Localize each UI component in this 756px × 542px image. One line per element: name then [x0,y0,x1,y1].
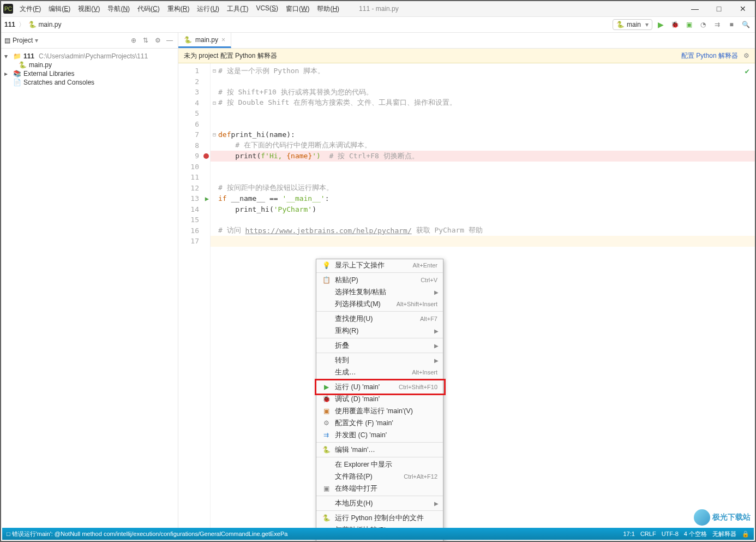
menu-n[interactable]: 导航(N) [104,3,133,15]
locate-icon[interactable]: ⊕ [129,35,139,45]
settings-icon[interactable]: ⚙ [153,35,163,45]
breadcrumb-sep: 〉 [19,20,25,29]
tree-scratches[interactable]: 📄Scratches and Consoles [1,78,178,87]
gutter[interactable]: 12345678910111213▶14151617 [178,63,211,530]
statusbar: □ 错误运行'main': @NotNull method com/intell… [2,528,754,540]
menu-r[interactable]: 重构(R) [164,3,193,15]
code[interactable]: ⊟# 这是一个示例 Python 脚本。# 按 Shift+F10 执行或将其替… [211,63,755,530]
ctx-item[interactable]: 生成…Alt+Insert [316,366,443,378]
ctx-item[interactable]: 本地历史(H)▶ [316,497,443,509]
editor-tabs: 🐍 main.py × [178,33,755,49]
status-lock-icon: 🔒 [742,531,749,538]
status-caret[interactable]: 17:1 [623,531,634,537]
ctx-item[interactable]: 📋粘贴(P)Ctrl+V [316,274,443,286]
ctx-item[interactable]: 列选择模式(M)Alt+Shift+Insert [316,298,443,310]
status-interpreter[interactable]: 无解释器 [712,530,736,538]
maximize-button[interactable]: □ [707,1,731,16]
watermark-icon [694,509,710,526]
run-config-select[interactable]: 🐍 main [613,19,652,30]
status-message: □ 错误运行'main': @NotNull method com/intell… [7,530,287,538]
ctx-item[interactable]: ▣在终端中打开 [316,483,443,495]
close-button[interactable]: ✕ [731,1,755,16]
search-everywhere-button[interactable]: 🔍 [740,19,752,31]
ctx-item[interactable]: 转到▶ [316,354,443,366]
ctx-item[interactable]: 查找使用(U)Alt+F7 [316,313,443,325]
breadcrumb-file[interactable]: 🐍 main.py [28,21,61,28]
context-menu: 💡显示上下文操作Alt+Enter📋粘贴(P)Ctrl+V选择性复制/粘贴▶列选… [316,259,443,542]
ctx-item[interactable]: 🐍运行 Python 控制台中的文件 [316,512,443,524]
ctx-item[interactable]: 选择性复制/粘贴▶ [316,286,443,298]
window-controls: — □ ✕ [683,1,755,16]
interpreter-banner: 未为 project 配置 Python 解释器 配置 Python 解释器 ⚙ [178,49,755,63]
menu-t[interactable]: 工具(T) [224,3,251,15]
project-icon: ▤ [4,37,10,44]
ctx-item[interactable]: ▶运行 (U) 'main'Ctrl+Shift+F10 [316,381,443,393]
tab-label: main.py [195,36,218,44]
menu-c[interactable]: 代码(C) [134,3,163,15]
editor: 🐍 main.py × 未为 project 配置 Python 解释器 配置 … [178,33,755,530]
concurrency-button[interactable]: ⇉ [711,19,723,31]
tab-close-icon[interactable]: × [221,36,225,44]
menu-w[interactable]: 窗口(W) [283,3,313,15]
project-header: ▤ Project ▾ ⊕ ⇅ ⚙ — [1,33,178,49]
breadcrumb: 111 〉 🐍 main.py [4,20,61,29]
tree-file-main[interactable]: 🐍main.py [1,61,178,69]
banner-text: 未为 project 配置 Python 解释器 [184,51,277,61]
ctx-item[interactable]: 文件路径(P)Ctrl+Alt+F12 [316,470,443,483]
status-indent[interactable]: 4 个空格 [684,530,707,538]
menu-h[interactable]: 帮助(H) [314,3,343,15]
profile-button[interactable]: ◔ [697,19,709,31]
menu-f[interactable]: 文件(F) [16,3,44,15]
hide-icon[interactable]: — [165,35,175,45]
navbar: 111 〉 🐍 main.py 🐍 main ▶ 🐞 ▣ ◔ ⇉ ■ 🔍 [1,17,755,33]
ctx-item[interactable]: ▣使用覆盖率运行 'main'(V) [316,405,443,417]
banner-settings-icon[interactable]: ⚙ [743,52,749,59]
ctx-item[interactable]: 🐍编辑 'main'… [316,444,443,456]
ctx-item[interactable]: 🐞调试 (D) 'main' [316,393,443,405]
run-toolbar: 🐍 main ▶ 🐞 ▣ ◔ ⇉ ■ 🔍 [613,19,752,31]
status-lineend[interactable]: CRLF [640,531,656,537]
menubar: 文件(F)编辑(E)视图(V)导航(N)代码(C)重构(R)运行(U)工具(T)… [16,3,343,15]
project-tree: ▾📁 111 C:\Users\admin\PycharmProjects\11… [1,49,178,530]
ctx-item[interactable]: 💡显示上下文操作Alt+Enter [316,259,443,271]
ctx-item[interactable]: ⚙配置文件 (F) 'main' [316,417,443,429]
menu-v[interactable]: 视图(V) [75,3,103,15]
python-file-icon: 🐍 [184,36,192,44]
project-dropdown-icon[interactable]: ▾ [35,37,38,44]
menu-e[interactable]: 编辑(E) [45,3,74,15]
stop-button[interactable]: ■ [725,19,737,31]
watermark-text: 极光下载站 [712,513,751,522]
watermark: 极光下载站 [694,509,751,526]
minimize-button[interactable]: — [683,1,707,16]
breadcrumb-project[interactable]: 111 [4,21,15,28]
project-title: Project [13,37,33,44]
window-title: 111 - main.py [359,5,399,13]
coverage-button[interactable]: ▣ [683,19,695,31]
ctx-item[interactable]: ⇉并发图 (C) 'main' [316,429,443,441]
ctx-item[interactable]: 重构(R)▶ [316,325,443,337]
tab-main[interactable]: 🐍 main.py × [178,33,231,48]
inspection-ok-icon[interactable]: ✔ [745,67,749,75]
app-logo-icon: PC [3,4,13,14]
tree-root[interactable]: ▾📁 111 C:\Users\admin\PycharmProjects\11… [1,52,178,61]
tree-external-libraries[interactable]: ▸📚External Libraries [1,69,178,78]
ctx-item[interactable]: 在 Explorer 中显示 [316,458,443,470]
code-area[interactable]: ✔ 12345678910111213▶14151617 ⊟# 这是一个示例 P… [178,63,755,530]
titlebar: PC 文件(F)编辑(E)视图(V)导航(N)代码(C)重构(R)运行(U)工具… [1,1,755,17]
ctx-item[interactable]: 折叠▶ [316,340,443,352]
project-sidebar: ▤ Project ▾ ⊕ ⇅ ⚙ — ▾📁 111 C:\Users\admi… [1,33,178,530]
expand-icon[interactable]: ⇅ [141,35,151,45]
debug-button[interactable]: 🐞 [669,19,681,31]
run-button[interactable]: ▶ [655,19,667,31]
banner-link[interactable]: 配置 Python 解释器 [681,51,738,61]
menu-s[interactable]: VCS(S) [253,3,281,15]
menu-u[interactable]: 运行(U) [194,3,223,15]
status-encoding[interactable]: UTF-8 [662,531,679,537]
